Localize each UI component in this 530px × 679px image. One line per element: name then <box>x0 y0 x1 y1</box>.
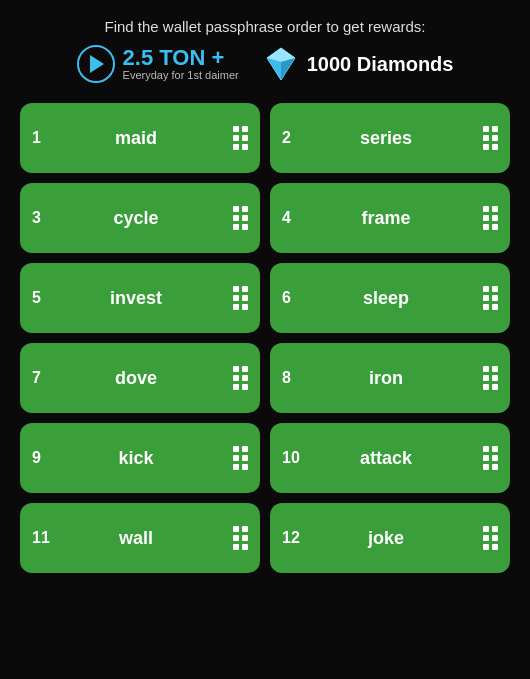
word-card[interactable]: 8iron <box>270 343 510 413</box>
word-card[interactable]: 2series <box>270 103 510 173</box>
card-number: 1 <box>32 129 54 147</box>
card-number: 7 <box>32 369 54 387</box>
word-card[interactable]: 4frame <box>270 183 510 253</box>
drag-handle-icon <box>483 526 498 550</box>
card-number: 2 <box>282 129 304 147</box>
drag-handle-icon <box>233 286 248 310</box>
drag-handle-icon <box>233 526 248 550</box>
ton-text-block: 2.5 TON + Everyday for 1st daimer <box>123 47 239 81</box>
play-triangle-icon <box>90 55 104 73</box>
card-number: 3 <box>32 209 54 227</box>
drag-handle-icon <box>483 286 498 310</box>
card-word: joke <box>304 528 468 549</box>
word-card[interactable]: 12joke <box>270 503 510 573</box>
card-word: iron <box>304 368 468 389</box>
card-word: cycle <box>54 208 218 229</box>
drag-handle-icon <box>233 366 248 390</box>
ton-reward: 2.5 TON + Everyday for 1st daimer <box>77 45 239 83</box>
play-icon <box>77 45 115 83</box>
header-title: Find the wallet passphrase order to get … <box>105 18 426 35</box>
word-grid: 1maid2series3cycle4frame5invest6sleep7do… <box>20 103 510 573</box>
drag-handle-icon <box>483 206 498 230</box>
card-word: kick <box>54 448 218 469</box>
card-number: 9 <box>32 449 54 467</box>
card-number: 12 <box>282 529 304 547</box>
card-word: invest <box>54 288 218 309</box>
ton-sub: Everyday for 1st daimer <box>123 69 239 81</box>
card-number: 8 <box>282 369 304 387</box>
diamond-icon <box>263 46 299 82</box>
diamond-reward: 1000 Diamonds <box>263 46 454 82</box>
word-card[interactable]: 3cycle <box>20 183 260 253</box>
drag-handle-icon <box>483 366 498 390</box>
ton-amount: 2.5 TON + <box>123 47 239 69</box>
card-word: wall <box>54 528 218 549</box>
drag-handle-icon <box>483 126 498 150</box>
drag-handle-icon <box>483 446 498 470</box>
drag-handle-icon <box>233 206 248 230</box>
word-card[interactable]: 7dove <box>20 343 260 413</box>
card-word: sleep <box>304 288 468 309</box>
card-word: dove <box>54 368 218 389</box>
card-number: 4 <box>282 209 304 227</box>
card-number: 6 <box>282 289 304 307</box>
drag-handle-icon <box>233 126 248 150</box>
word-card[interactable]: 11wall <box>20 503 260 573</box>
card-word: attack <box>304 448 468 469</box>
card-number: 5 <box>32 289 54 307</box>
card-number: 10 <box>282 449 304 467</box>
card-word: frame <box>304 208 468 229</box>
card-word: maid <box>54 128 218 149</box>
word-card[interactable]: 5invest <box>20 263 260 333</box>
word-card[interactable]: 6sleep <box>270 263 510 333</box>
word-card[interactable]: 9kick <box>20 423 260 493</box>
card-number: 11 <box>32 529 54 547</box>
word-card[interactable]: 10attack <box>270 423 510 493</box>
diamond-text: 1000 Diamonds <box>307 53 454 76</box>
rewards-bar: 2.5 TON + Everyday for 1st daimer 1000 D… <box>77 45 454 83</box>
drag-handle-icon <box>233 446 248 470</box>
card-word: series <box>304 128 468 149</box>
word-card[interactable]: 1maid <box>20 103 260 173</box>
